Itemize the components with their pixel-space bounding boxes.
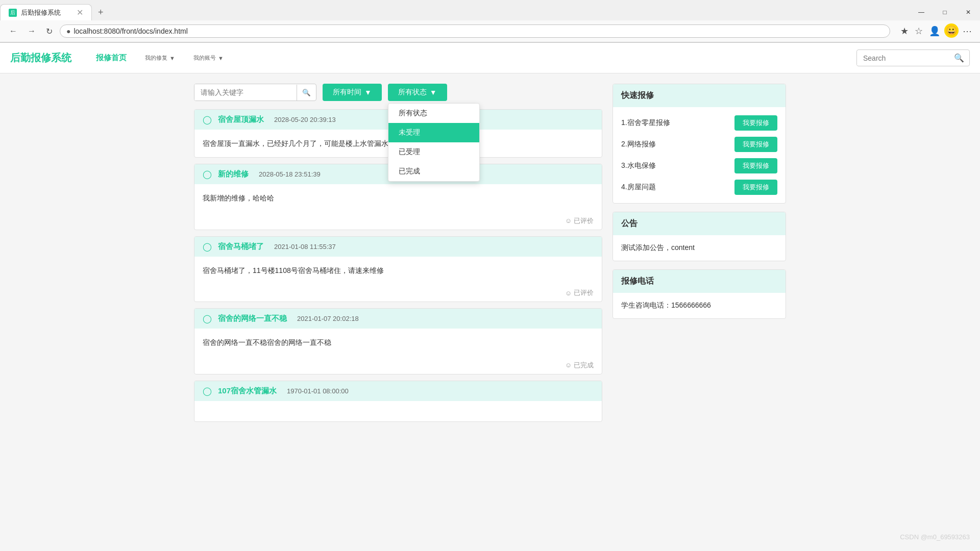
pin-icon: ◯ [203,386,212,396]
pin-icon: ◯ [203,115,212,124]
header-search-input[interactable] [857,51,949,65]
quick-repair-title: 快速报修 [613,84,786,107]
new-tab-button[interactable]: + [94,7,108,18]
search-box[interactable]: 🔍 [194,84,316,101]
header-search-button[interactable]: 🔍 [949,50,969,66]
url-text: localhost:8080/front/docs/index.html [74,27,884,35]
notice-title: 公告 [613,212,786,235]
repair-title: 宿舍屋顶漏水 [218,115,264,124]
status-filter-wrapper: 所有状态 ▼ 所有状态 未受理 已受理 已完成 [388,84,447,101]
back-button[interactable]: ← [6,24,20,38]
phone-body: 学生咨询电话：1566666666 [613,293,786,318]
reload-button[interactable]: ↻ [43,24,56,38]
quick-repair-label: 2.网络报修 [621,140,656,149]
quick-repair-item: 2.网络报修 我要报修 [621,137,777,152]
repair-item[interactable]: ◯ 宿舍马桶堵了 2021-01-08 11:55:37 宿舍马桶堵了，11号楼… [194,236,602,302]
repair-body [194,401,602,421]
favorites-icon[interactable]: ☆ [913,23,925,39]
status-option-done[interactable]: 已完成 [388,162,479,181]
repair-footer: ☺ 已评价 [194,284,602,302]
repair-title: 宿舍的网络一直不稳 [218,314,287,323]
rating-icon: ☺ [565,361,572,369]
complete-status: 已完成 [574,361,594,370]
maximize-button[interactable]: □ [933,5,957,20]
repair-title: 宿舍马桶堵了 [218,242,264,252]
app-header: 后勤报修系统 报修首页 我的修复 ▼ 我的账号 ▼ 🔍 [0,43,980,73]
profile-icon[interactable]: 😀 [944,23,959,38]
repair-item-header: ◯ 107宿舍水管漏水 1970-01-01 08:00:00 [194,381,602,401]
quick-repair-panel: 快速报修 1.宿舍零星报修 我要报修 2.网络报修 我要报修 3.水电保修 我要… [612,84,786,204]
phone-panel: 报修电话 学生咨询电话：1566666666 [612,269,786,319]
pin-icon: ◯ [203,242,212,252]
keyword-search-button[interactable]: 🔍 [297,85,316,101]
quick-repair-button-2[interactable]: 我要报修 [734,137,777,152]
repair-date: 2021-01-08 11:55:37 [274,243,336,251]
status-option-received[interactable]: 已受理 [388,142,479,162]
tab-title: 后勤报修系统 [21,8,72,17]
repair-date: 2021-01-07 20:02:18 [297,315,359,322]
repair-footer: ☺ 已完成 [194,357,602,374]
more-icon[interactable]: ⋯ [961,23,974,39]
repair-body: 宿舍马桶堵了，11号楼1108号宿舍马桶堵住，请速来维修 [194,257,602,284]
time-filter-button[interactable]: 所有时间 ▼ [323,84,382,101]
app-logo: 后勤报修系统 [10,51,71,65]
quick-repair-item: 1.宿舍零星报修 我要报修 [621,115,777,131]
nav-my-account[interactable]: 我的账号 ▼ [185,49,232,67]
quick-repair-body: 1.宿舍零星报修 我要报修 2.网络报修 我要报修 3.水电保修 我要报修 4.… [613,107,786,203]
keyword-input[interactable] [194,84,297,101]
quick-repair-item: 3.水电保修 我要报修 [621,158,777,173]
quick-repair-button-3[interactable]: 我要报修 [734,158,777,173]
status-filter-button[interactable]: 所有状态 ▼ [388,84,447,101]
lock-icon: ● [66,27,70,35]
browser-toolbar: ← → ↻ ● localhost:8080/front/docs/index.… [0,20,980,42]
left-panel: 🔍 所有时间 ▼ 所有状态 ▼ 所有状态 未受理 已受理 已完成 [194,84,602,428]
browser-tab[interactable]: 后 后勤报修系统 ✕ [0,4,92,20]
minimize-button[interactable]: — [910,5,933,20]
repair-item[interactable]: ◯ 107宿舍水管漏水 1970-01-01 08:00:00 [194,381,602,422]
notice-panel: 公告 测试添加公告，content [612,212,786,261]
status-option-pending[interactable]: 未受理 [388,123,479,142]
time-filter-wrapper: 所有时间 ▼ [323,84,382,101]
tab-close-btn[interactable]: ✕ [77,8,83,17]
tab-favicon: 后 [9,9,17,17]
browser-toolbar-icons: ★ ☆ 👤 😀 ⋯ [898,23,974,39]
pin-icon: ◯ [203,169,212,179]
status-dropdown-menu: 所有状态 未受理 已受理 已完成 [388,103,480,182]
repair-title: 新的维修 [218,169,249,179]
status-option-all[interactable]: 所有状态 [388,104,479,123]
repair-footer: ☺ 已评价 [194,212,602,230]
quick-repair-item: 4.房屋问题 我要报修 [621,180,777,195]
filter-bar: 🔍 所有时间 ▼ 所有状态 ▼ 所有状态 未受理 已受理 已完成 [194,84,602,101]
header-search[interactable]: 🔍 [856,49,970,66]
forward-button[interactable]: → [24,24,39,38]
quick-repair-label: 1.宿舍零星报修 [621,118,670,128]
nav-links: 报修首页 我的修复 ▼ 我的账号 ▼ [88,49,856,67]
quick-repair-label: 3.水电保修 [621,161,656,170]
repair-title: 107宿舍水管漏水 [218,386,277,396]
nav-my-repair[interactable]: 我的修复 ▼ [137,49,183,67]
right-panel: 快速报修 1.宿舍零星报修 我要报修 2.网络报修 我要报修 3.水电保修 我要… [612,84,786,428]
rating-status: 已评价 [574,216,594,226]
repair-item-header: ◯ 宿舍的网络一直不稳 2021-01-07 20:02:18 [194,309,602,329]
repair-date: 2028-05-18 23:51:39 [259,170,321,178]
repair-body: 我新增的维修，哈哈哈 [194,184,602,212]
window-controls: — □ ✕ [910,5,980,20]
quick-repair-button-1[interactable]: 我要报修 [734,115,777,131]
close-button[interactable]: ✕ [957,5,980,20]
main-content: 🔍 所有时间 ▼ 所有状态 ▼ 所有状态 未受理 已受理 已完成 [184,84,796,428]
notice-body: 测试添加公告，content [613,235,786,261]
repair-item[interactable]: ◯ 宿舍的网络一直不稳 2021-01-07 20:02:18 宿舍的网络一直不… [194,308,602,374]
rating-icon: ☺ [565,217,572,224]
phone-title: 报修电话 [613,270,786,293]
extensions-icon[interactable]: ★ [898,23,911,39]
repair-body: 宿舍的网络一直不稳宿舍的网络一直不稳 [194,329,602,356]
nav-home[interactable]: 报修首页 [88,49,135,67]
repair-date: 2028-05-20 20:39:13 [274,116,336,123]
address-bar[interactable]: ● localhost:8080/front/docs/index.html [60,24,890,38]
account-icon[interactable]: 👤 [927,23,942,39]
rating-status: 已评价 [574,288,594,297]
quick-repair-button-4[interactable]: 我要报修 [734,180,777,195]
pin-icon: ◯ [203,314,212,323]
rating-icon: ☺ [565,289,572,297]
repair-item-header: ◯ 宿舍马桶堵了 2021-01-08 11:55:37 [194,237,602,257]
